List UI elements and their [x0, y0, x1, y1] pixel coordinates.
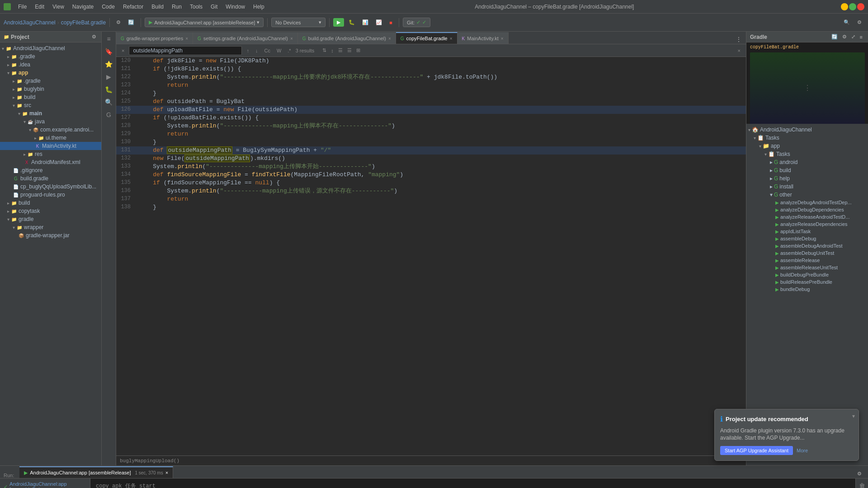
tree-item-build[interactable]: ▸ 📁 build	[0, 93, 101, 101]
device-selector[interactable]: No Devices ▾	[271, 18, 326, 27]
gradle-expand-button[interactable]: ⤢	[849, 33, 857, 40]
tree-item-copytask[interactable]: ▸ 📁 copytask	[0, 207, 101, 215]
tab-gradle-wrapper[interactable]: G gradle-wrapper.properties ×	[116, 32, 193, 44]
gradle-android[interactable]: ▸ G android	[746, 158, 868, 166]
gradle-task-assemble-release-unit[interactable]: ▶ assembleReleaseUnitTest	[746, 264, 868, 271]
gradle-filter-button[interactable]: ≡	[858, 33, 864, 40]
close-tab-settings-gradle[interactable]: ×	[290, 36, 293, 41]
search-expand-button[interactable]: ×	[736, 47, 742, 54]
agp-upgrade-button[interactable]: Start AGP Upgrade Assistant	[720, 446, 793, 455]
search-prev-button[interactable]: ↑	[245, 47, 251, 54]
menu-file[interactable]: File	[14, 3, 30, 11]
git-tool[interactable]: G	[104, 109, 114, 120]
run-tab-active[interactable]: ▶ AndroidJiaguChannel:app [assembleRelea…	[19, 466, 173, 478]
bookmarks-tool[interactable]: 🔖	[104, 46, 114, 57]
menu-refactor[interactable]: Refactor	[119, 3, 147, 11]
filter4-button[interactable]: ☰	[345, 47, 354, 54]
run-clear-button[interactable]: 🗑	[857, 480, 868, 488]
gradle-task-4[interactable]: ▶ analyzeReleaseDependencies	[746, 221, 868, 228]
gradle-task-bundle-debug[interactable]: ▶ bundleDebug	[746, 286, 868, 293]
tree-item-package[interactable]: ▾ 📦 com.example.androi...	[0, 126, 101, 134]
debug-button[interactable]: 🐛	[346, 18, 358, 27]
run-config-selector[interactable]: ▶ AndroidJiaguChannel:app [assembleRelea…	[145, 18, 264, 27]
close-search-button[interactable]: ×	[120, 47, 126, 54]
minimize-button[interactable]	[841, 3, 848, 10]
gradle-sync-button[interactable]: 🔄	[830, 33, 840, 40]
gradle-help[interactable]: ▸ G help	[746, 174, 868, 183]
tree-item-app-gradle[interactable]: ▸ 📁 .gradle	[0, 77, 101, 85]
tree-item-proguard[interactable]: 📄 proguard-rules.pro	[0, 191, 101, 199]
tab-copyfilebat[interactable]: G copyFileBat.gradle ×	[396, 32, 458, 44]
menu-tools[interactable]: Tools	[186, 3, 206, 11]
gradle-task-build-release[interactable]: ▶ buildReleasePreBundle	[746, 278, 868, 286]
tree-item-main[interactable]: ▾ 📁 main	[0, 109, 101, 117]
gradle-build[interactable]: ▸ G build	[746, 166, 868, 174]
gradle-task-assemble-debug-android[interactable]: ▶ assembleDebugAndroidTest	[746, 242, 868, 249]
tree-item-build-top[interactable]: ▸ 📁 build	[0, 199, 101, 207]
project-settings-button[interactable]: ⚙	[90, 33, 98, 40]
maximize-button[interactable]	[849, 3, 856, 10]
menu-window[interactable]: Window	[222, 3, 249, 11]
sync-button[interactable]: 🔄	[125, 18, 137, 27]
gradle-install[interactable]: ▸ G install	[746, 183, 868, 191]
close-tab-gradle-wrapper[interactable]: ×	[185, 36, 188, 41]
tree-item-gradle-top[interactable]: ▾ 📁 gradle	[0, 215, 101, 223]
tab-mainactivity[interactable]: K MainActivity.kt ×	[458, 32, 509, 44]
tree-item-res[interactable]: ▸ 📁 res	[0, 150, 101, 158]
breadcrumb-file[interactable]: copyFileBat.gradle	[61, 19, 106, 26]
git-info[interactable]: Git: ✓ ✓	[403, 18, 430, 27]
menu-run[interactable]: Run	[168, 3, 185, 11]
gradle-app[interactable]: ▾ 📁 app	[746, 142, 868, 150]
gradle-task-3[interactable]: ▶ analyzeReleaseAndroidTestD...	[746, 213, 868, 221]
menu-view[interactable]: View	[49, 3, 68, 11]
menu-edit[interactable]: Edit	[31, 3, 48, 11]
search-everywhere-button[interactable]: 🔍	[841, 18, 853, 27]
tree-item-buglybin[interactable]: ▸ 📁 buglybin	[0, 85, 101, 93]
notification-expand-button[interactable]: ▾	[852, 413, 855, 419]
close-tab-copyfilebat[interactable]: ×	[450, 36, 453, 41]
debug-tool[interactable]: 🐛	[104, 84, 114, 95]
search-input[interactable]	[129, 46, 242, 55]
tree-item-manifest[interactable]: X AndroidManifest.xml	[0, 158, 101, 166]
close-button[interactable]	[857, 3, 864, 10]
gradle-task-appidlist[interactable]: ▶ appIdListTask	[746, 228, 868, 235]
gradle-tasks[interactable]: ▾ 📋 Tasks	[746, 134, 868, 142]
search-regex-button[interactable]: .*	[286, 47, 292, 54]
tree-item-mainactivity[interactable]: K MainActivity.kt	[0, 142, 101, 150]
gradle-task-assemble-debug[interactable]: ▶ assembleDebug	[746, 235, 868, 242]
filter2-button[interactable]: ↕	[329, 47, 335, 54]
tree-item-ui-theme[interactable]: ▸ 📁 ui.theme	[0, 134, 101, 142]
tree-item-gradle1[interactable]: ▸ 📁 .gradle	[0, 52, 101, 61]
filter-button[interactable]: ⇅	[321, 47, 328, 54]
tree-item-src[interactable]: ▾ 📁 src	[0, 101, 101, 109]
search-tool[interactable]: 🔍	[104, 97, 114, 108]
tab-settings-gradle[interactable]: G settings.gradle (AndroidJiaguChannel) …	[193, 32, 298, 44]
close-tab-mainactivity[interactable]: ×	[501, 36, 504, 41]
tree-item-app[interactable]: ▾ 📁 app	[0, 69, 101, 77]
run-button[interactable]: ▶	[333, 18, 344, 27]
run-panel-settings[interactable]: ⚙	[854, 469, 864, 478]
menu-code[interactable]: Code	[98, 3, 118, 11]
menu-git[interactable]: Git	[207, 3, 221, 11]
tree-item-java[interactable]: ▾ ☕ java	[0, 117, 101, 126]
settings-button[interactable]: ⚙	[854, 18, 864, 27]
close-run-tab[interactable]: ×	[165, 470, 168, 475]
gradle-task-1[interactable]: ▶ analyzeDebugAndroidTestDep...	[746, 199, 868, 206]
filter5-button[interactable]: ⊞	[354, 47, 362, 54]
filter3-button[interactable]: ☰	[336, 47, 344, 54]
tree-item-idea[interactable]: ▸ 📁 .idea	[0, 61, 101, 69]
breadcrumb-project[interactable]: AndroidJiaguChannel	[4, 19, 56, 26]
gradle-task-assemble-release[interactable]: ▶ assembleRelease	[746, 257, 868, 264]
project-structure-button[interactable]: ⚙	[113, 18, 123, 27]
tabs-settings-button[interactable]: ⋮	[733, 35, 744, 44]
search-next-button[interactable]: ↓	[254, 47, 260, 54]
editor-content[interactable]: 120 def jdk8File = new File(JDK8Path) 12…	[116, 57, 746, 455]
gradle-task-build-debug[interactable]: ▶ buildDebugPreBundle	[746, 271, 868, 278]
notification-more-link[interactable]: More	[797, 448, 808, 453]
favorites-tool[interactable]: ⭐	[104, 59, 114, 70]
search-case-button[interactable]: Cc	[262, 47, 272, 54]
menu-navigate[interactable]: Navigate	[69, 3, 97, 11]
gradle-other[interactable]: ▾ G other	[746, 191, 868, 199]
search-word-button[interactable]: W	[275, 47, 283, 54]
tree-item-cp-bugly[interactable]: 📄 cp_buglyQqUploadSymbolLib...	[0, 183, 101, 191]
